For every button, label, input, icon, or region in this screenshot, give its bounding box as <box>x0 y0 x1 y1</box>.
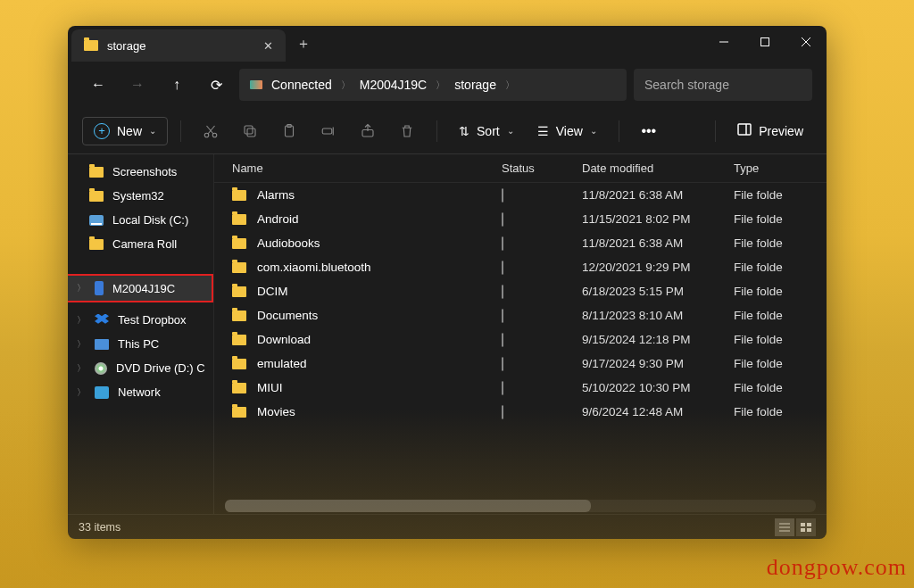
breadcrumb-item[interactable]: Connected <box>271 78 332 92</box>
thumbnails-view-button[interactable] <box>796 518 816 536</box>
tab-title: storage <box>107 39 254 53</box>
file-row[interactable]: com.xiaomi.bluetooth12/20/2021 9:29 PMFi… <box>214 255 827 279</box>
sidebar-item[interactable]: Screenshots <box>68 160 213 184</box>
phone-status-icon <box>502 381 503 395</box>
file-row[interactable]: Android11/15/2021 8:02 PMFile folde <box>214 207 827 231</box>
sidebar-item[interactable]: Local Disk (C:) <box>68 208 213 232</box>
watermark: dongpow.com <box>767 554 907 581</box>
copy-button[interactable] <box>233 116 267 146</box>
new-button[interactable]: + New ⌄ <box>82 117 168 145</box>
chevron-down-icon: ⌄ <box>507 126 514 136</box>
sidebar-item-label: This PC <box>118 337 159 351</box>
svg-rect-8 <box>247 128 255 137</box>
details-view-button[interactable] <box>775 518 794 536</box>
column-name[interactable]: Name <box>225 161 502 175</box>
rename-button[interactable] <box>312 116 345 146</box>
close-window-button[interactable] <box>785 26 827 58</box>
share-button[interactable] <box>351 116 385 146</box>
phone-status-icon <box>502 405 503 419</box>
column-type[interactable]: Type <box>734 161 816 175</box>
folder-icon <box>232 286 246 297</box>
forward-button[interactable]: → <box>121 69 154 101</box>
cut-button[interactable] <box>194 116 228 146</box>
breadcrumb-item[interactable]: storage <box>454 78 496 92</box>
sidebar-item[interactable]: 〉Network <box>68 380 213 404</box>
file-list[interactable]: Alarms11/8/2021 6:38 AMFile foldeAndroid… <box>214 183 827 496</box>
file-row[interactable]: Alarms11/8/2021 6:38 AMFile folde <box>214 183 827 207</box>
file-row[interactable]: DCIM6/18/2023 5:15 PMFile folde <box>214 279 827 303</box>
file-type: File folde <box>734 309 816 322</box>
device-icon <box>250 80 262 89</box>
svg-rect-22 <box>801 528 805 532</box>
folder-icon <box>89 191 104 202</box>
chevron-right-icon: 〉 <box>436 79 445 92</box>
file-row[interactable]: emulated9/17/2024 9:30 PMFile folde <box>214 352 827 376</box>
phone-status-icon <box>502 212 503 227</box>
file-date: 9/15/2024 12:18 PM <box>582 333 734 346</box>
svg-line-7 <box>207 126 214 134</box>
file-date: 5/10/2022 10:30 PM <box>582 381 734 394</box>
paste-button[interactable] <box>272 116 306 146</box>
view-button[interactable]: ☰ View ⌄ <box>528 119 606 144</box>
sidebar-item[interactable]: 〉DVD Drive (D:) C <box>68 356 213 380</box>
file-row[interactable]: Audiobooks11/8/2021 6:38 AMFile folde <box>214 231 827 255</box>
file-type: File folde <box>734 285 816 298</box>
file-type: File folde <box>734 188 816 202</box>
separator <box>619 120 619 142</box>
file-row[interactable]: Download9/15/2024 12:18 PMFile folde <box>214 327 827 352</box>
file-name: Documents <box>257 309 318 322</box>
file-type: File folde <box>734 261 816 274</box>
item-count: 33 items <box>79 521 120 534</box>
phone-status-icon <box>502 309 503 323</box>
tab-storage[interactable]: storage ✕ <box>71 29 286 62</box>
phone-status-icon <box>502 236 503 251</box>
file-date: 9/6/2024 12:48 AM <box>582 405 734 418</box>
sidebar-item[interactable]: System32 <box>68 184 213 208</box>
back-button[interactable]: ← <box>82 69 114 101</box>
sort-button[interactable]: ⇅ Sort ⌄ <box>450 119 523 144</box>
more-button[interactable]: ••• <box>632 116 666 146</box>
minimize-button[interactable] <box>703 26 744 58</box>
file-row[interactable]: Documents8/11/2023 8:10 AMFile folde <box>214 303 827 327</box>
delete-button[interactable] <box>390 116 424 146</box>
file-row[interactable]: MIUI5/10/2022 10:30 PMFile folde <box>214 376 827 400</box>
column-status[interactable]: Status <box>502 161 582 175</box>
phone-status-icon <box>502 285 503 299</box>
svg-rect-12 <box>322 128 332 134</box>
folder-icon <box>232 335 246 345</box>
file-date: 11/15/2021 8:02 PM <box>582 212 734 226</box>
file-name: emulated <box>257 357 307 370</box>
sidebar-item[interactable]: 〉Test Dropbox <box>68 308 213 332</box>
new-tab-button[interactable]: ＋ <box>286 26 321 62</box>
file-explorer-window: storage ✕ ＋ ← → ↑ ⟳ Connected 〉 M2004J19… <box>68 26 827 539</box>
preview-button[interactable]: Preview <box>728 118 812 144</box>
file-row[interactable]: Movies9/6/2024 12:48 AMFile folde <box>214 400 827 424</box>
maximize-button[interactable] <box>744 26 785 58</box>
folder-icon <box>232 214 246 225</box>
chevron-right-icon: 〉 <box>341 79 351 92</box>
folder-icon <box>232 407 246 418</box>
refresh-button[interactable]: ⟳ <box>200 69 232 101</box>
breadcrumb-item[interactable]: M2004J19C <box>360 78 428 92</box>
sidebar-item[interactable]: 〉M2004J19C <box>68 276 212 301</box>
up-button[interactable]: ↑ <box>161 69 193 101</box>
horizontal-scrollbar[interactable] <box>225 500 816 512</box>
scrollbar-thumb[interactable] <box>225 500 591 512</box>
folder-icon <box>89 239 104 250</box>
close-tab-button[interactable]: ✕ <box>263 39 273 53</box>
file-type: File folde <box>734 381 816 394</box>
content-area: ScreenshotsSystem32Local Disk (C:)Camera… <box>68 154 827 514</box>
file-name: com.xiaomi.bluetooth <box>257 261 371 274</box>
navbar: ← → ↑ ⟳ Connected 〉 M2004J19C 〉 storage … <box>68 62 827 108</box>
sidebar-item-label: Network <box>118 385 161 399</box>
file-name: Movies <box>257 405 295 418</box>
breadcrumb[interactable]: Connected 〉 M2004J19C 〉 storage 〉 <box>239 69 627 101</box>
sidebar-item-label: Screenshots <box>112 165 177 178</box>
search-input[interactable]: Search storage <box>634 69 812 101</box>
phone-status-icon <box>502 188 503 203</box>
sidebar-item[interactable]: Camera Roll <box>68 232 213 256</box>
folder-icon <box>232 383 246 393</box>
preview-icon <box>737 123 752 138</box>
sidebar-item[interactable]: 〉This PC <box>68 332 213 356</box>
column-date[interactable]: Date modified <box>582 161 734 175</box>
